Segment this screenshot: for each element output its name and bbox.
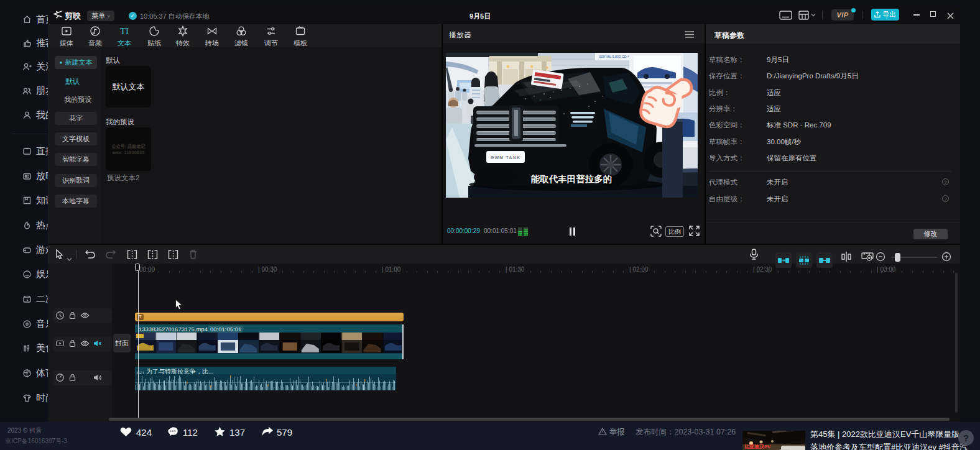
svg-text:比亚迪汉EV: 比亚迪汉EV <box>744 444 771 449</box>
svg-text:TI: TI <box>120 26 129 36</box>
svg-text:能取代丰田普拉多的: 能取代丰田普拉多的 <box>531 173 612 184</box>
svg-text:GWM TANK: GWM TANK <box>491 155 520 160</box>
